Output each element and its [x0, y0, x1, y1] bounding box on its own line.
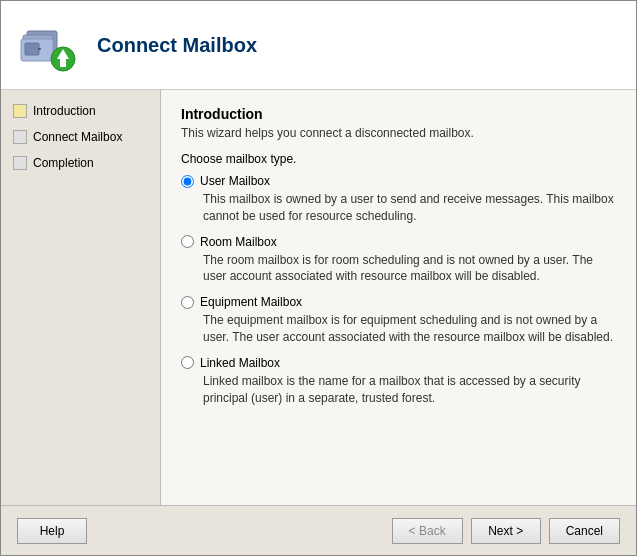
- next-button[interactable]: Next >: [471, 518, 541, 544]
- linked-mailbox-label-row: Linked Mailbox: [181, 356, 616, 370]
- sidebar-item-introduction[interactable]: Introduction: [1, 98, 160, 124]
- sidebar-label-connect-mailbox: Connect Mailbox: [33, 130, 122, 144]
- back-button[interactable]: < Back: [392, 518, 463, 544]
- sidebar-label-completion: Completion: [33, 156, 94, 170]
- mailbox-icon: [17, 13, 81, 77]
- linked-mailbox-description: Linked mailbox is the name for a mailbox…: [203, 373, 616, 407]
- choose-mailbox-type-label: Choose mailbox type.: [181, 152, 616, 166]
- user-mailbox-option: User Mailbox This mailbox is owned by a …: [181, 174, 616, 225]
- equipment-mailbox-description: The equipment mailbox is for equipment s…: [203, 312, 616, 346]
- footer-right: < Back Next > Cancel: [392, 518, 620, 544]
- equipment-mailbox-radio[interactable]: [181, 296, 194, 309]
- linked-mailbox-radio[interactable]: [181, 356, 194, 369]
- user-mailbox-label[interactable]: User Mailbox: [200, 174, 270, 188]
- user-mailbox-radio[interactable]: [181, 175, 194, 188]
- dialog: Connect Mailbox Introduction Connect Mai…: [0, 0, 637, 556]
- footer-left: Help: [17, 518, 87, 544]
- header: Connect Mailbox: [1, 1, 636, 90]
- svg-rect-3: [25, 43, 39, 55]
- footer: Help < Back Next > Cancel: [1, 505, 636, 555]
- sidebar: Introduction Connect Mailbox Completion: [1, 90, 161, 505]
- room-mailbox-option: Room Mailbox The room mailbox is for roo…: [181, 235, 616, 286]
- step-icon-completion: [13, 156, 27, 170]
- mailbox-type-radio-group: User Mailbox This mailbox is owned by a …: [181, 174, 616, 406]
- body: Introduction Connect Mailbox Completion …: [1, 90, 636, 505]
- step-icon-introduction: [13, 104, 27, 118]
- linked-mailbox-label[interactable]: Linked Mailbox: [200, 356, 280, 370]
- room-mailbox-label-row: Room Mailbox: [181, 235, 616, 249]
- content-subtitle: This wizard helps you connect a disconne…: [181, 126, 616, 140]
- equipment-mailbox-option: Equipment Mailbox The equipment mailbox …: [181, 295, 616, 346]
- sidebar-label-introduction: Introduction: [33, 104, 96, 118]
- content-area: Introduction This wizard helps you conne…: [161, 90, 636, 505]
- linked-mailbox-option: Linked Mailbox Linked mailbox is the nam…: [181, 356, 616, 407]
- header-icon: [17, 13, 81, 77]
- sidebar-item-completion[interactable]: Completion: [1, 150, 160, 176]
- step-icon-connect-mailbox: [13, 130, 27, 144]
- room-mailbox-radio[interactable]: [181, 235, 194, 248]
- svg-rect-4: [38, 48, 41, 50]
- equipment-mailbox-label[interactable]: Equipment Mailbox: [200, 295, 302, 309]
- sidebar-item-connect-mailbox[interactable]: Connect Mailbox: [1, 124, 160, 150]
- help-button[interactable]: Help: [17, 518, 87, 544]
- user-mailbox-label-row: User Mailbox: [181, 174, 616, 188]
- equipment-mailbox-label-row: Equipment Mailbox: [181, 295, 616, 309]
- dialog-title: Connect Mailbox: [97, 34, 257, 57]
- content-title: Introduction: [181, 106, 616, 122]
- room-mailbox-description: The room mailbox is for room scheduling …: [203, 252, 616, 286]
- room-mailbox-label[interactable]: Room Mailbox: [200, 235, 277, 249]
- cancel-button[interactable]: Cancel: [549, 518, 620, 544]
- user-mailbox-description: This mailbox is owned by a user to send …: [203, 191, 616, 225]
